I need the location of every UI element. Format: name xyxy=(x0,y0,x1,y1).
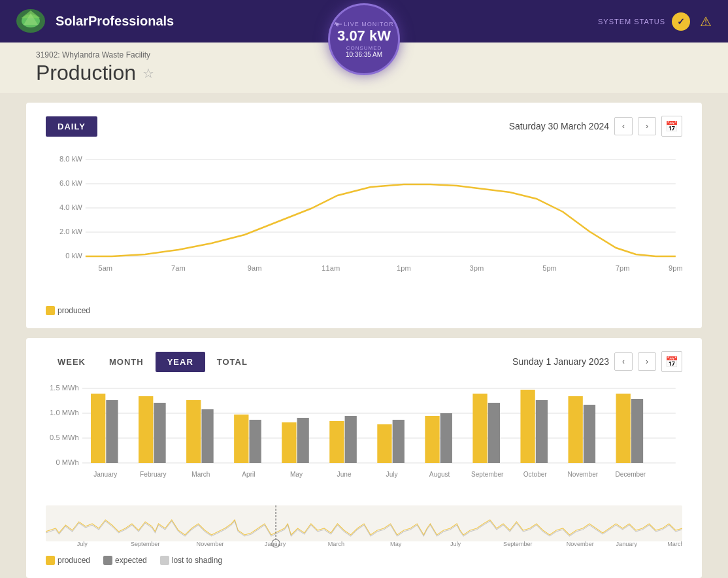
svg-rect-47 xyxy=(472,394,487,463)
produced-dot xyxy=(46,306,55,315)
daily-chart-svg: 8.0 kW 6.0 kW 4.0 kW 2.0 kW 0 kW 5am 7am… xyxy=(46,146,682,297)
daily-card: DAILY Saturday 30 March 2024 ‹ › 📅 8.0 k… xyxy=(26,103,702,328)
daily-date: Saturday 30 March 2024 xyxy=(509,121,609,131)
tab-month[interactable]: MONTH xyxy=(97,352,156,372)
prev-year-button[interactable]: ‹ xyxy=(614,352,633,371)
year-bar-chart-svg: 1.5 MWh 1.0 MWh 0.5 MWh 0 MWh xyxy=(46,382,682,496)
tab-total[interactable]: TOTAL xyxy=(205,352,259,372)
year-date: Sunday 1 January 2023 xyxy=(512,356,609,367)
svg-text:May: May xyxy=(290,471,303,478)
legend-produced-year: produced xyxy=(46,556,90,565)
legend-expected: expected xyxy=(103,556,147,565)
svg-rect-41 xyxy=(329,421,344,463)
svg-text:6.0 kW: 6.0 kW xyxy=(59,179,82,187)
svg-text:September: September xyxy=(503,541,533,547)
svg-text:October: October xyxy=(523,471,548,478)
mini-chart-area: i July September November January March … xyxy=(46,505,682,551)
svg-text:0.5 MWh: 0.5 MWh xyxy=(50,434,79,441)
status-check-icon[interactable]: ✓ xyxy=(672,12,690,31)
tab-week[interactable]: WEEK xyxy=(46,352,97,372)
consumed-time: 10:36:35 AM xyxy=(346,51,382,58)
svg-rect-31 xyxy=(91,394,105,463)
favorite-icon[interactable]: ☆ xyxy=(142,65,154,81)
svg-rect-38 xyxy=(249,420,261,463)
svg-text:May: May xyxy=(390,541,402,547)
status-warning-icon[interactable]: ⚠ xyxy=(697,12,715,31)
svg-rect-32 xyxy=(106,400,118,463)
expected-dot xyxy=(103,556,112,565)
mini-timeline-svg: i July September November January March … xyxy=(46,505,682,548)
svg-text:4.0 kW: 4.0 kW xyxy=(59,203,82,211)
svg-rect-36 xyxy=(201,409,213,463)
daily-chart-area: 8.0 kW 6.0 kW 4.0 kW 2.0 kW 0 kW 5am 7am… xyxy=(46,146,682,299)
svg-text:7am: 7am xyxy=(171,264,186,272)
svg-text:July: July xyxy=(77,541,88,547)
year-chart-header: WEEK MONTH YEAR TOTAL Sunday 1 January 2… xyxy=(46,351,682,372)
svg-text:1pm: 1pm xyxy=(397,264,411,272)
svg-text:5pm: 5pm xyxy=(542,264,557,272)
svg-text:July: July xyxy=(450,541,461,547)
svg-text:January: January xyxy=(93,471,118,478)
svg-rect-50 xyxy=(536,400,548,463)
svg-rect-54 xyxy=(631,399,643,463)
produced-dot-year xyxy=(46,556,55,565)
svg-rect-35 xyxy=(186,400,201,463)
svg-text:July: July xyxy=(386,471,399,478)
svg-rect-45 xyxy=(425,416,439,463)
daily-chart-header: DAILY Saturday 30 March 2024 ‹ › 📅 xyxy=(46,116,682,137)
svg-rect-49 xyxy=(520,390,535,463)
svg-rect-34 xyxy=(154,403,165,463)
logo-icon xyxy=(13,7,49,36)
logo-text: SolarProfessionals xyxy=(56,14,174,29)
svg-text:December: December xyxy=(615,471,646,478)
live-monitor-kw: 3.07 kW xyxy=(337,28,391,44)
year-legend: produced expected lost to shading xyxy=(46,556,682,565)
svg-text:March: March xyxy=(328,541,344,547)
svg-rect-40 xyxy=(297,418,309,463)
calendar-button[interactable]: 📅 xyxy=(661,116,682,137)
tab-year[interactable]: YEAR xyxy=(156,352,205,372)
year-chart-area: 1.5 MWh 1.0 MWh 0.5 MWh 0 MWh xyxy=(46,382,682,499)
year-calendar-button[interactable]: 📅 xyxy=(661,351,682,372)
svg-rect-39 xyxy=(282,422,296,463)
svg-text:August: August xyxy=(429,471,450,478)
svg-text:9pm: 9pm xyxy=(669,264,682,272)
svg-text:3pm: 3pm xyxy=(470,264,484,272)
svg-text:February: February xyxy=(140,471,167,478)
svg-rect-33 xyxy=(139,396,153,463)
svg-text:1.5 MWh: 1.5 MWh xyxy=(50,384,79,392)
svg-rect-42 xyxy=(345,416,357,463)
svg-text:November: November xyxy=(567,541,594,547)
shading-dot xyxy=(160,556,169,565)
svg-text:November: November xyxy=(197,541,224,547)
svg-text:11am: 11am xyxy=(322,264,340,272)
daily-button[interactable]: DAILY xyxy=(46,116,97,137)
date-navigation: Saturday 30 March 2024 ‹ › 📅 xyxy=(509,116,682,137)
svg-rect-37 xyxy=(234,415,248,463)
svg-text:June: June xyxy=(337,471,352,478)
next-day-button[interactable]: › xyxy=(638,117,656,135)
svg-rect-48 xyxy=(488,403,500,463)
next-year-button[interactable]: › xyxy=(638,352,656,371)
svg-text:8.0 kW: 8.0 kW xyxy=(59,155,82,163)
svg-text:January: January xyxy=(265,541,286,547)
svg-text:March: March xyxy=(191,471,210,478)
prev-day-button[interactable]: ‹ xyxy=(614,117,633,135)
svg-text:April: April xyxy=(242,471,255,478)
year-date-nav: Sunday 1 January 2023 ‹ › 📅 xyxy=(512,351,682,372)
main-content: DAILY Saturday 30 March 2024 ‹ › 📅 8.0 k… xyxy=(0,93,728,578)
daily-legend: produced xyxy=(46,306,682,315)
legend-produced: produced xyxy=(46,306,90,315)
system-status-area: SYSTEM STATUS ✓ ⚠ xyxy=(598,12,715,31)
svg-text:9am: 9am xyxy=(248,264,262,272)
svg-rect-46 xyxy=(440,413,452,463)
svg-text:0 MWh: 0 MWh xyxy=(56,458,78,466)
consumed-label: CONSUMED xyxy=(346,45,382,51)
svg-rect-53 xyxy=(616,394,631,463)
period-tabs: WEEK MONTH YEAR TOTAL xyxy=(46,352,259,372)
svg-text:September: September xyxy=(131,541,160,547)
svg-rect-43 xyxy=(377,424,391,463)
svg-rect-52 xyxy=(584,405,595,463)
svg-text:2.0 kW: 2.0 kW xyxy=(59,228,82,235)
logo: SolarProfessionals xyxy=(13,7,174,36)
